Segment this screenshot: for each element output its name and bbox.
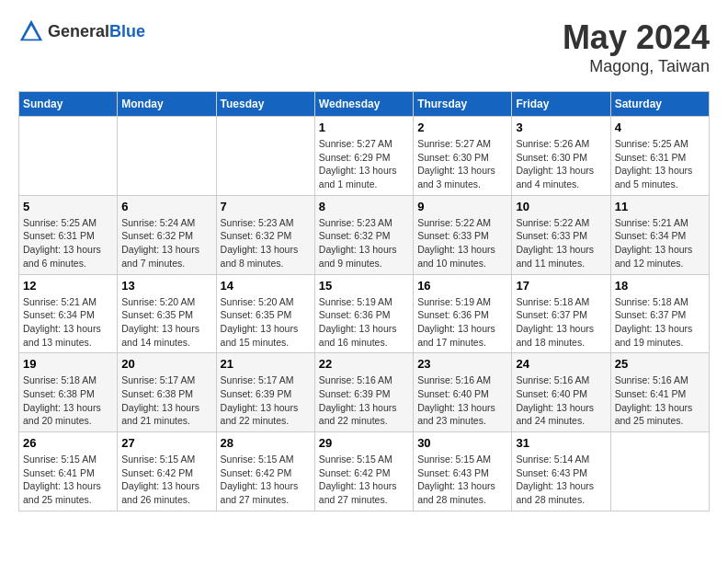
- day-number: 19: [23, 357, 113, 371]
- day-header-tuesday: Tuesday: [216, 92, 314, 117]
- calendar-cell: 8Sunrise: 5:23 AM Sunset: 6:32 PM Daylig…: [314, 195, 413, 274]
- calendar-cell: 14Sunrise: 5:20 AM Sunset: 6:35 PM Dayli…: [216, 274, 314, 353]
- day-info: Sunrise: 5:16 AM Sunset: 6:39 PM Dayligh…: [319, 373, 409, 428]
- day-info: Sunrise: 5:16 AM Sunset: 6:40 PM Dayligh…: [516, 373, 606, 428]
- calendar-location: Magong, Taiwan: [563, 57, 710, 76]
- calendar-cell: 9Sunrise: 5:22 AM Sunset: 6:33 PM Daylig…: [414, 195, 512, 274]
- day-info: Sunrise: 5:25 AM Sunset: 6:31 PM Dayligh…: [615, 137, 705, 191]
- logo-blue-text: Blue: [109, 22, 145, 40]
- day-info: Sunrise: 5:14 AM Sunset: 6:43 PM Dayligh…: [516, 453, 606, 507]
- day-number: 16: [417, 279, 507, 293]
- day-number: 14: [221, 279, 311, 293]
- day-number: 23: [417, 357, 507, 371]
- day-number: 25: [615, 357, 705, 371]
- day-number: 26: [23, 436, 113, 450]
- calendar-title: May 2024: [563, 18, 710, 57]
- day-number: 13: [121, 279, 211, 293]
- calendar-cell: 26Sunrise: 5:15 AM Sunset: 6:41 PM Dayli…: [19, 432, 118, 511]
- calendar-cell: 12Sunrise: 5:21 AM Sunset: 6:34 PM Dayli…: [19, 274, 118, 353]
- week-row-1: 1Sunrise: 5:27 AM Sunset: 6:29 PM Daylig…: [19, 117, 710, 196]
- calendar-cell: 7Sunrise: 5:23 AM Sunset: 6:32 PM Daylig…: [216, 195, 314, 274]
- calendar-cell: 23Sunrise: 5:16 AM Sunset: 6:40 PM Dayli…: [414, 353, 512, 432]
- day-header-row: SundayMondayTuesdayWednesdayThursdayFrid…: [19, 92, 710, 117]
- calendar-cell: 21Sunrise: 5:17 AM Sunset: 6:39 PM Dayli…: [216, 353, 314, 432]
- day-info: Sunrise: 5:22 AM Sunset: 6:33 PM Dayligh…: [417, 216, 507, 270]
- calendar-cell: 31Sunrise: 5:14 AM Sunset: 6:43 PM Dayli…: [512, 432, 610, 511]
- day-number: 11: [615, 200, 705, 213]
- calendar-cell: 19Sunrise: 5:18 AM Sunset: 6:38 PM Dayli…: [19, 353, 118, 432]
- day-info: Sunrise: 5:22 AM Sunset: 6:33 PM Dayligh…: [516, 216, 606, 270]
- day-info: Sunrise: 5:16 AM Sunset: 6:40 PM Dayligh…: [417, 373, 507, 428]
- day-number: 22: [319, 357, 409, 371]
- calendar-cell: 27Sunrise: 5:15 AM Sunset: 6:42 PM Dayli…: [118, 432, 216, 511]
- day-info: Sunrise: 5:15 AM Sunset: 6:42 PM Dayligh…: [121, 453, 211, 507]
- calendar-cell: 28Sunrise: 5:15 AM Sunset: 6:42 PM Dayli…: [216, 432, 314, 511]
- calendar-cell: 16Sunrise: 5:19 AM Sunset: 6:36 PM Dayli…: [414, 274, 512, 353]
- calendar-cell: 30Sunrise: 5:15 AM Sunset: 6:43 PM Dayli…: [414, 432, 512, 511]
- day-number: 4: [615, 121, 705, 134]
- calendar-cell: [19, 117, 118, 196]
- day-info: Sunrise: 5:19 AM Sunset: 6:36 PM Dayligh…: [417, 295, 507, 350]
- day-header-monday: Monday: [118, 92, 216, 117]
- day-number: 18: [615, 279, 705, 293]
- calendar-table: SundayMondayTuesdayWednesdayThursdayFrid…: [18, 91, 710, 511]
- day-header-wednesday: Wednesday: [314, 92, 413, 117]
- calendar-cell: 1Sunrise: 5:27 AM Sunset: 6:29 PM Daylig…: [314, 117, 413, 196]
- day-number: 1: [319, 121, 409, 134]
- day-info: Sunrise: 5:18 AM Sunset: 6:37 PM Dayligh…: [615, 295, 705, 350]
- day-info: Sunrise: 5:20 AM Sunset: 6:35 PM Dayligh…: [121, 295, 211, 350]
- day-info: Sunrise: 5:23 AM Sunset: 6:32 PM Dayligh…: [319, 216, 409, 270]
- day-number: 21: [221, 357, 311, 371]
- week-row-4: 19Sunrise: 5:18 AM Sunset: 6:38 PM Dayli…: [19, 353, 710, 432]
- day-number: 5: [23, 200, 113, 213]
- day-info: Sunrise: 5:15 AM Sunset: 6:43 PM Dayligh…: [417, 453, 507, 507]
- calendar-cell: 15Sunrise: 5:19 AM Sunset: 6:36 PM Dayli…: [314, 274, 413, 353]
- calendar-cell: 25Sunrise: 5:16 AM Sunset: 6:41 PM Dayli…: [610, 353, 709, 432]
- day-info: Sunrise: 5:25 AM Sunset: 6:31 PM Dayligh…: [23, 216, 113, 270]
- day-number: 15: [319, 279, 409, 293]
- calendar-cell: [118, 117, 216, 196]
- day-info: Sunrise: 5:18 AM Sunset: 6:37 PM Dayligh…: [516, 295, 606, 350]
- day-number: 17: [516, 279, 606, 293]
- day-info: Sunrise: 5:16 AM Sunset: 6:41 PM Dayligh…: [615, 373, 705, 428]
- day-info: Sunrise: 5:17 AM Sunset: 6:39 PM Dayligh…: [221, 373, 311, 428]
- calendar-cell: 18Sunrise: 5:18 AM Sunset: 6:37 PM Dayli…: [610, 274, 709, 353]
- day-info: Sunrise: 5:18 AM Sunset: 6:38 PM Dayligh…: [23, 373, 113, 428]
- logo: GeneralBlue: [18, 18, 145, 44]
- calendar-cell: [610, 432, 709, 511]
- day-info: Sunrise: 5:20 AM Sunset: 6:35 PM Dayligh…: [221, 295, 311, 350]
- calendar-cell: [216, 117, 314, 196]
- day-number: 12: [23, 279, 113, 293]
- day-info: Sunrise: 5:27 AM Sunset: 6:29 PM Dayligh…: [319, 137, 409, 191]
- day-header-saturday: Saturday: [610, 92, 709, 117]
- calendar-cell: 4Sunrise: 5:25 AM Sunset: 6:31 PM Daylig…: [610, 117, 709, 196]
- calendar-cell: 13Sunrise: 5:20 AM Sunset: 6:35 PM Dayli…: [118, 274, 216, 353]
- calendar-cell: 20Sunrise: 5:17 AM Sunset: 6:38 PM Dayli…: [118, 353, 216, 432]
- calendar-cell: 6Sunrise: 5:24 AM Sunset: 6:32 PM Daylig…: [118, 195, 216, 274]
- day-number: 24: [516, 357, 606, 371]
- calendar-cell: 24Sunrise: 5:16 AM Sunset: 6:40 PM Dayli…: [512, 353, 610, 432]
- day-info: Sunrise: 5:15 AM Sunset: 6:42 PM Dayligh…: [221, 453, 311, 507]
- day-number: 7: [221, 200, 311, 213]
- day-info: Sunrise: 5:21 AM Sunset: 6:34 PM Dayligh…: [23, 295, 113, 350]
- calendar-cell: 11Sunrise: 5:21 AM Sunset: 6:34 PM Dayli…: [610, 195, 709, 274]
- calendar-cell: 22Sunrise: 5:16 AM Sunset: 6:39 PM Dayli…: [314, 353, 413, 432]
- day-info: Sunrise: 5:15 AM Sunset: 6:41 PM Dayligh…: [23, 453, 113, 507]
- day-number: 6: [121, 200, 211, 213]
- day-number: 29: [319, 436, 409, 450]
- day-info: Sunrise: 5:26 AM Sunset: 6:30 PM Dayligh…: [516, 137, 606, 191]
- day-info: Sunrise: 5:17 AM Sunset: 6:38 PM Dayligh…: [121, 373, 211, 428]
- week-row-5: 26Sunrise: 5:15 AM Sunset: 6:41 PM Dayli…: [19, 432, 710, 511]
- day-number: 3: [516, 121, 606, 134]
- page-header: GeneralBlue May 2024 Magong, Taiwan: [18, 18, 710, 76]
- calendar-cell: 5Sunrise: 5:25 AM Sunset: 6:31 PM Daylig…: [19, 195, 118, 274]
- logo-general-text: General: [48, 22, 109, 40]
- day-number: 28: [221, 436, 311, 450]
- calendar-cell: 2Sunrise: 5:27 AM Sunset: 6:30 PM Daylig…: [414, 117, 512, 196]
- day-number: 10: [516, 200, 606, 213]
- day-number: 20: [121, 357, 211, 371]
- day-number: 9: [417, 200, 507, 213]
- calendar-cell: 3Sunrise: 5:26 AM Sunset: 6:30 PM Daylig…: [512, 117, 610, 196]
- calendar-cell: 29Sunrise: 5:15 AM Sunset: 6:42 PM Dayli…: [314, 432, 413, 511]
- day-info: Sunrise: 5:15 AM Sunset: 6:42 PM Dayligh…: [319, 453, 409, 507]
